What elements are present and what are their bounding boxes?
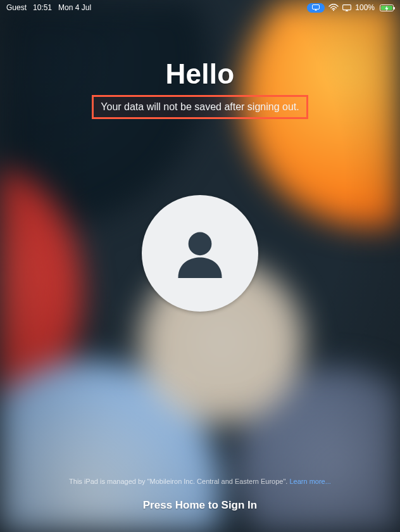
status-time: 10:51 [33,3,52,12]
status-bar: Guest 10:51 Mon 4 Jul 100% [0,0,400,14]
wifi-icon [328,4,339,11]
svg-rect-3 [343,4,351,10]
svg-marker-5 [385,6,388,11]
press-home-label: Press Home to Sign In [0,499,400,512]
battery-percent: 100% [355,3,375,12]
managed-by-text: This iPad is managed by "Mobileiron Inc.… [0,478,400,485]
managed-by-prefix: This iPad is managed by "Mobileiron Inc.… [69,478,289,485]
learn-more-link[interactable]: Learn more... [289,478,330,485]
lock-screen: Guest 10:51 Mon 4 Jul 100% [0,0,400,532]
battery-icon [380,4,394,11]
person-icon [166,219,234,288]
charging-bolt-icon [385,6,389,11]
greeting-title: Hello [165,58,234,90]
screen-mirroring-icon [312,4,320,11]
airplay-icon [342,4,351,11]
status-date: Mon 4 Jul [58,3,91,12]
data-warning-subtitle: Your data will not be saved after signin… [101,101,299,113]
screen-mirroring-pill[interactable] [307,3,325,13]
status-user: Guest [6,3,27,12]
svg-point-6 [189,232,212,256]
svg-point-2 [333,10,334,11]
guest-avatar[interactable] [142,195,258,312]
svg-rect-0 [313,5,320,10]
